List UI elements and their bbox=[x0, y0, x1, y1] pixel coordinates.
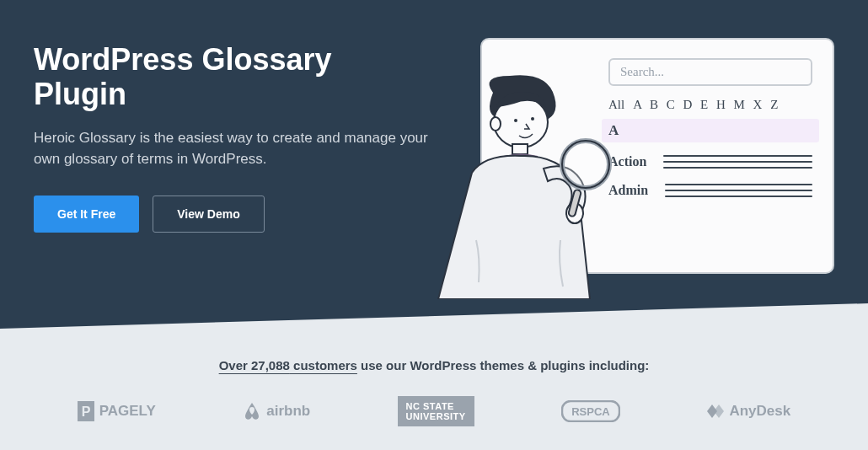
person-illustration bbox=[413, 72, 632, 299]
svg-text:P: P bbox=[81, 404, 90, 419]
hero-illustration: Search... AllA B C D E H M X Z A Action … bbox=[447, 38, 834, 291]
letter-filter: AllA B C D E H M X Z bbox=[608, 98, 812, 112]
svg-point-3 bbox=[531, 117, 534, 121]
glossary-entry: Action bbox=[608, 151, 812, 173]
svg-rect-4 bbox=[512, 144, 528, 154]
hero-subtitle: Heroic Glossary is the easiest way to cr… bbox=[34, 127, 430, 170]
hero-section: WordPress Glossary Plugin Heroic Glossar… bbox=[0, 0, 868, 329]
svg-text:RSPCA: RSPCA bbox=[571, 405, 610, 418]
search-placeholder: Search... bbox=[608, 58, 812, 86]
ncstate-logo: NC STATEUNIVERSITY bbox=[398, 396, 474, 426]
selected-letter: A bbox=[602, 119, 819, 142]
customer-logos: P PAGELY airbnb NC STATEUNIVERSITY RSPCA… bbox=[0, 396, 868, 426]
page-title: WordPress Glossary Plugin bbox=[34, 42, 430, 112]
pagely-logo: P PAGELY bbox=[78, 401, 156, 421]
get-free-button[interactable]: Get It Free bbox=[34, 196, 139, 233]
rspca-logo: RSPCA bbox=[561, 400, 620, 422]
svg-point-2 bbox=[514, 119, 517, 122]
anydesk-logo: AnyDesk bbox=[707, 403, 790, 420]
social-proof-text: Over 27,088 customers use our WordPress … bbox=[0, 358, 868, 372]
social-proof-section: Over 27,088 customers use our WordPress … bbox=[0, 329, 868, 450]
airbnb-logo: airbnb bbox=[243, 401, 310, 421]
view-demo-button[interactable]: View Demo bbox=[153, 196, 264, 233]
glossary-entry: Admin bbox=[608, 179, 812, 201]
svg-point-1 bbox=[490, 117, 501, 131]
